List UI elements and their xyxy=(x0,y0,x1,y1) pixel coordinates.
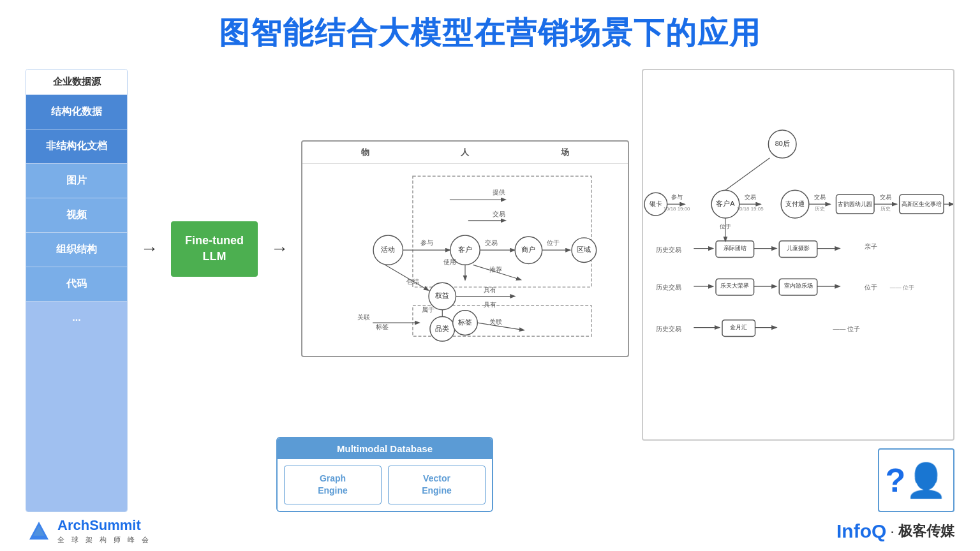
graph-engine: GraphEngine xyxy=(284,466,382,504)
header-chang: 场 xyxy=(561,147,569,158)
svg-text:历史: 历史 xyxy=(815,206,825,212)
footer: ArchSummit 全 球 架 构 师 峰 会 InfoQ · 极客传媒 xyxy=(26,512,954,545)
page-title: 图智能结合大模型在营销场景下的应用 xyxy=(26,13,954,54)
sidebar-item-video[interactable]: 视频 xyxy=(26,198,127,233)
sidebar-item-code[interactable]: 代码 xyxy=(26,267,127,302)
svg-text:80后: 80后 xyxy=(775,140,790,147)
graph-header: 物 人 场 xyxy=(302,142,628,164)
knowledge-graph-box: 80后 银卡 参与 10/18 19:00 客户A 交易 10/18 19: xyxy=(642,69,954,441)
svg-text:亲际团结: 亲际团结 xyxy=(724,245,746,251)
svg-text:商户: 商户 xyxy=(521,246,535,253)
svg-text:包结: 包结 xyxy=(406,279,419,286)
sidebar-item-unstructured[interactable]: 非结构化文档 xyxy=(26,129,127,164)
svg-text:交易: 交易 xyxy=(880,194,891,200)
header-ren: 人 xyxy=(461,147,469,158)
right-section: 80后 银卡 参与 10/18 19:00 客户A 交易 10/18 19: xyxy=(642,69,954,512)
svg-text:提供: 提供 xyxy=(493,189,505,196)
infoq-subtitle: 极客传媒 xyxy=(898,522,954,541)
arrow-to-llm: → xyxy=(140,239,158,259)
svg-text:高新区生化事培: 高新区生化事培 xyxy=(902,201,942,207)
database-section: Multimodal Database GraphEngine VectorEn… xyxy=(140,437,629,512)
svg-text:—— 位于: —— 位于 xyxy=(890,284,914,291)
svg-text:交易: 交易 xyxy=(814,194,826,200)
multimodal-database: Multimodal Database GraphEngine VectorEn… xyxy=(276,437,493,512)
svg-text:10/18 19:05: 10/18 19:05 xyxy=(737,206,764,212)
svg-text:历史交易: 历史交易 xyxy=(656,246,681,253)
svg-text:使用: 使用 xyxy=(443,259,456,266)
svg-text:交易: 交易 xyxy=(745,194,756,200)
archsummit-logo: ArchSummit 全 球 架 构 师 峰 会 xyxy=(26,517,151,545)
svg-text:历史交易: 历史交易 xyxy=(656,325,681,332)
svg-text:标签: 标签 xyxy=(457,318,472,326)
svg-text:标签: 标签 xyxy=(375,323,389,330)
svg-text:位于: 位于 xyxy=(547,240,560,247)
svg-text:区域: 区域 xyxy=(577,246,591,253)
svg-text:活动: 活动 xyxy=(381,246,395,253)
sidebar-item-image[interactable]: 图片 xyxy=(26,164,127,198)
graph-svg: 提供 交易 活动 参与 客户 xyxy=(302,164,628,342)
sidebar: 企业数据源 结构化数据 非结构化文档 图片 视频 组织结构 代码 ... xyxy=(26,69,128,512)
knowledge-svg: 80后 银卡 参与 10/18 19:00 客户A 交易 10/18 19: xyxy=(643,70,953,439)
svg-text:室内游乐场: 室内游乐场 xyxy=(784,283,813,289)
middle-top: → Fine-tunedLLM → 物 人 场 xyxy=(140,69,629,429)
svg-text:属于: 属于 xyxy=(422,306,434,313)
sidebar-item-org[interactable]: 组织结构 xyxy=(26,233,127,267)
svg-text:儿童摄影: 儿童摄影 xyxy=(787,245,810,251)
svg-text:具有: 具有 xyxy=(484,301,496,308)
svg-text:参与: 参与 xyxy=(671,194,683,200)
svg-text:历史: 历史 xyxy=(880,206,891,212)
graph-diagram-box: 物 人 场 提供 xyxy=(301,140,629,357)
svg-line-67 xyxy=(725,158,769,191)
archsummit-icon xyxy=(26,518,52,545)
svg-text:交易: 交易 xyxy=(493,210,505,217)
sidebar-item-structured[interactable]: 结构化数据 xyxy=(26,95,127,129)
content-area: 企业数据源 结构化数据 非结构化文档 图片 视频 组织结构 代码 ... → F… xyxy=(26,69,954,512)
question-icon: ?👤 xyxy=(886,461,947,500)
svg-text:参与: 参与 xyxy=(420,240,433,247)
svg-text:历史交易: 历史交易 xyxy=(656,284,681,291)
svg-text:亲子: 亲子 xyxy=(865,243,877,250)
archsummit-name: ArchSummit xyxy=(57,517,151,534)
svg-text:金月汇: 金月汇 xyxy=(730,324,747,330)
main-container: 图智能结合大模型在营销场景下的应用 企业数据源 结构化数据 非结构化文档 图片 … xyxy=(0,0,980,551)
svg-text:银卡: 银卡 xyxy=(649,200,662,207)
svg-text:—— 位子: —— 位子 xyxy=(833,325,861,332)
sidebar-item-more[interactable]: ... xyxy=(26,302,127,511)
svg-text:客户A: 客户A xyxy=(716,200,735,207)
database-engines: GraphEngine VectorEngine xyxy=(278,459,492,511)
archsummit-text: ArchSummit 全 球 架 构 师 峰 会 xyxy=(57,517,151,545)
middle-section: → Fine-tunedLLM → 物 人 场 xyxy=(140,69,629,512)
header-wu: 物 xyxy=(361,147,369,158)
svg-text:关联: 关联 xyxy=(357,314,370,321)
svg-text:交易: 交易 xyxy=(485,240,498,247)
svg-text:权益: 权益 xyxy=(434,292,449,300)
infoq-logo: InfoQ · 极客传媒 xyxy=(836,520,954,542)
svg-text:乐天大荣界: 乐天大荣界 xyxy=(720,283,749,289)
vector-engine: VectorEngine xyxy=(388,466,486,504)
svg-text:品类: 品类 xyxy=(435,325,449,332)
infoq-text: InfoQ xyxy=(836,520,886,542)
svg-line-25 xyxy=(385,265,428,291)
question-icon-section: ?👤 xyxy=(642,448,954,512)
svg-text:古韵园幼儿园: 古韵园幼儿园 xyxy=(838,201,872,207)
arrow-to-graph: → xyxy=(271,239,288,259)
question-box: ?👤 xyxy=(878,448,954,512)
svg-text:位于: 位于 xyxy=(865,284,877,291)
svg-text:关联: 关联 xyxy=(489,318,502,325)
svg-text:具有: 具有 xyxy=(484,286,496,293)
database-header: Multimodal Database xyxy=(278,438,492,459)
sidebar-header: 企业数据源 xyxy=(26,70,127,95)
svg-text:客户: 客户 xyxy=(458,246,472,253)
svg-text:10/18 19:00: 10/18 19:00 xyxy=(664,206,690,212)
archsummit-subtitle: 全 球 架 构 师 峰 会 xyxy=(57,535,151,545)
svg-text:支付通: 支付通 xyxy=(785,200,805,207)
fine-tuned-llm: Fine-tunedLLM xyxy=(171,221,258,276)
